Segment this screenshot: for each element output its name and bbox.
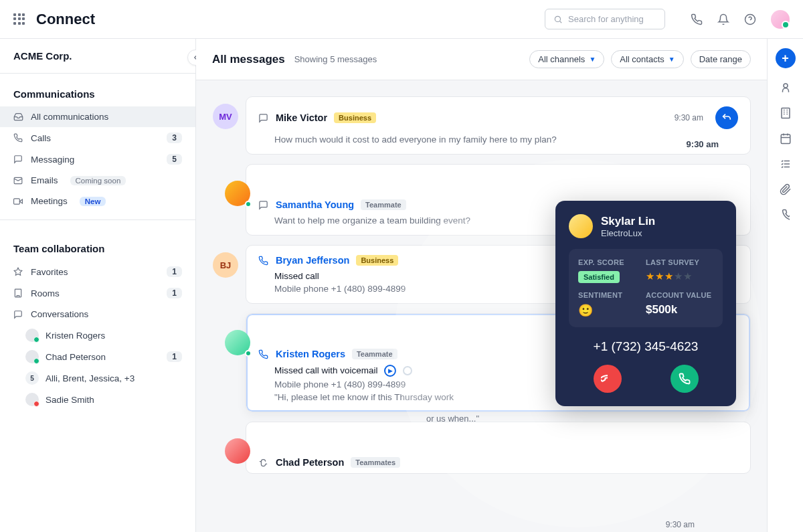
profile-icon[interactable] <box>780 82 792 94</box>
contact-tag: Teammate <box>352 349 397 359</box>
call-icon <box>258 349 269 359</box>
sidebar: ACME Corp. Communications All communicat… <box>0 39 196 532</box>
nav-label: Favorites <box>31 267 68 277</box>
bell-icon[interactable] <box>717 13 729 25</box>
filter-contacts[interactable]: All contacts▼ <box>611 50 683 68</box>
search-placeholder: Search for anything <box>568 14 644 24</box>
stat-label: SENTIMENT <box>578 291 646 299</box>
ghost-timestamp-bottom: 9:30 am <box>666 520 695 529</box>
caller-name: Skylar Lin <box>601 215 655 228</box>
sender-name[interactable]: Samantha Young <box>276 199 354 210</box>
stat-label: LAST SURVEY <box>646 258 713 266</box>
message-icon <box>258 200 269 210</box>
org-selector[interactable]: ACME Corp. <box>0 39 195 74</box>
nav-meetings[interactable]: Meetings New <box>0 191 195 211</box>
sender-name[interactable]: Bryan Jefferson <box>276 255 349 266</box>
nav-rooms[interactable]: Rooms 1 <box>0 282 195 304</box>
company-icon[interactable] <box>780 107 792 119</box>
incoming-call-card: Skylar Lin ElectroLux EXP. SCORE Satisfi… <box>555 201 736 406</box>
nav-label: Calls <box>31 133 51 143</box>
avatar-icon <box>25 329 39 342</box>
calendar-icon[interactable] <box>780 132 792 145</box>
showing-count: Showing 5 messages <box>294 54 377 64</box>
search-icon <box>553 15 563 24</box>
group-count-icon: 5 <box>25 371 39 385</box>
stat-label: EXP. SCORE <box>578 258 646 266</box>
nav-conversations[interactable]: Conversations <box>0 304 195 325</box>
right-rail: + <box>767 39 803 532</box>
stat-label: ACCOUNT VALUE <box>646 291 713 299</box>
phone-rail-icon[interactable] <box>782 209 790 221</box>
decline-call-button[interactable] <box>594 365 622 393</box>
top-header: Connect Search for anything <box>0 0 803 39</box>
coming-soon-badge: Coming soon <box>70 176 126 185</box>
inbox-icon <box>13 112 24 122</box>
nav-favorites[interactable]: Favorites 1 <box>0 261 195 282</box>
svg-rect-5 <box>15 289 21 297</box>
sender-name[interactable]: Kristen Rogers <box>276 349 345 359</box>
star-rating: ★★★★★ <box>646 270 713 282</box>
nav-all-communications[interactable]: All communications <box>0 106 195 127</box>
filter-channels[interactable]: All channels▼ <box>529 50 604 68</box>
nav-label: Messaging <box>31 155 74 165</box>
contact-tag: Teammates <box>351 457 400 468</box>
conversation-name: Chad Peterson <box>46 352 106 362</box>
header-actions <box>691 10 790 29</box>
play-voicemail-button[interactable]: ▶ <box>384 365 396 377</box>
global-search-input[interactable]: Search for anything <box>545 9 665 29</box>
attachment-icon[interactable] <box>780 183 792 195</box>
svg-rect-8 <box>781 135 790 144</box>
nav-messaging[interactable]: Messaging 5 <box>0 149 195 170</box>
avatar <box>225 330 250 355</box>
timestamp: 9:30 am <box>675 113 703 122</box>
message-card[interactable]: Chad Peterson Teammates <box>246 422 751 474</box>
main-header: All messages Showing 5 messages All chan… <box>196 39 767 80</box>
avatar-icon <box>25 350 39 363</box>
accept-call-button[interactable] <box>671 365 699 393</box>
nav-calls[interactable]: Calls 3 <box>0 127 195 149</box>
message-preview: How much would it cost to add everyone i… <box>274 135 738 145</box>
apps-grid-icon[interactable] <box>13 13 25 25</box>
svg-rect-3 <box>14 198 20 203</box>
help-icon[interactable] <box>744 13 756 25</box>
phone-icon <box>679 373 691 385</box>
sender-name: Chad Peterson <box>276 457 344 468</box>
new-badge: New <box>80 197 106 206</box>
contact-tag: Teammate <box>361 199 406 210</box>
avatar <box>225 438 250 464</box>
caller-stats: EXP. SCORE Satisfied LAST SURVEY ★★★★★ S… <box>569 249 723 327</box>
count-badge: 5 <box>167 154 182 165</box>
conversation-item[interactable]: Chad Peterson 1 <box>0 346 195 367</box>
account-value: $500k <box>646 303 713 317</box>
conversation-item[interactable]: Kristen Rogers <box>0 325 195 346</box>
brand-title: Connect <box>36 11 95 28</box>
phone-icon[interactable] <box>691 13 703 25</box>
avatar-icon <box>25 393 39 406</box>
conversation-item[interactable]: Sadie Smith <box>0 389 195 410</box>
caller-phone: +1 (732) 345-4623 <box>569 339 723 354</box>
ghost-transcript-snippet: or us when..." <box>426 414 479 424</box>
count-badge: 1 <box>167 351 182 362</box>
star-icon <box>13 267 24 276</box>
message-card[interactable]: MV Mike Victor Business 9:30 am How much… <box>246 96 751 155</box>
svg-rect-7 <box>782 108 790 118</box>
user-avatar[interactable] <box>771 10 790 29</box>
sender-name: Mike Victor <box>276 112 327 123</box>
section-team: Team collaboration <box>0 228 195 261</box>
nav-emails[interactable]: Emails Coming soon <box>0 170 195 191</box>
count-badge: 1 <box>167 288 182 298</box>
page-title: All messages <box>212 53 285 66</box>
svg-marker-4 <box>14 268 22 275</box>
nav-label: Emails <box>31 175 58 185</box>
add-button[interactable]: + <box>776 48 796 68</box>
tasks-icon[interactable] <box>780 158 792 170</box>
conversation-name: Kristen Rogers <box>46 331 105 341</box>
reply-button[interactable] <box>715 106 738 129</box>
caller-company: ElectroLux <box>601 228 655 238</box>
contact-tag: Business <box>334 112 376 123</box>
conversation-item[interactable]: 5 Alli, Brent, Jessica, +3 <box>0 367 195 389</box>
avatar <box>225 181 250 206</box>
filter-date-range[interactable]: Date range <box>691 50 751 68</box>
count-badge: 1 <box>167 266 182 277</box>
chat-icon <box>13 155 24 164</box>
